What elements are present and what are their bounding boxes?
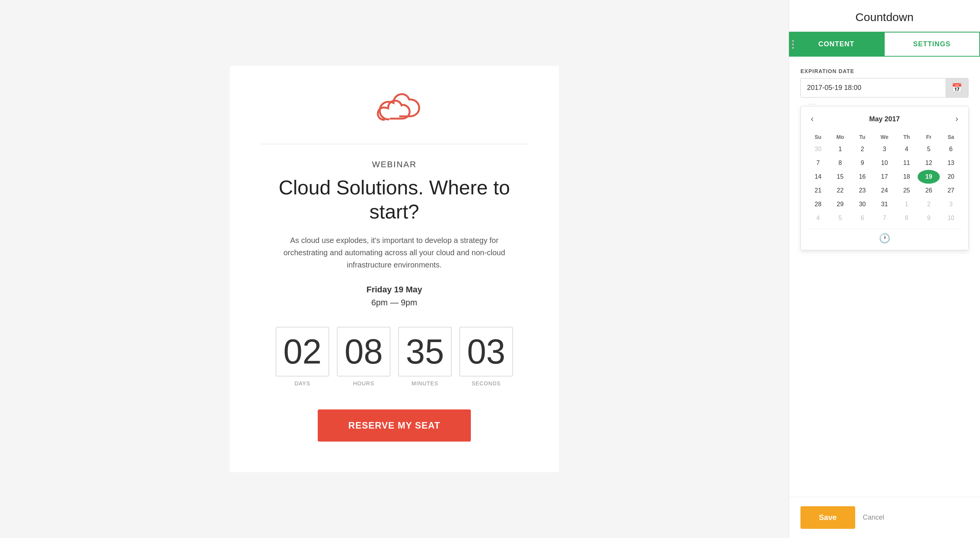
countdown-hours: 08 HOURS [337, 327, 390, 386]
calendar-day[interactable]: 5 [829, 211, 851, 225]
calendar-day[interactable]: 3 [874, 142, 896, 156]
calendar-day[interactable]: 30 [807, 142, 829, 156]
calendar-day[interactable]: 24 [874, 184, 896, 197]
calendar-day[interactable]: 25 [895, 184, 918, 197]
calendar-day-headers: SuMoTuWeThFrSa [807, 132, 962, 142]
webinar-label: WEBINAR [260, 160, 528, 170]
cal-day-header: Su [807, 132, 829, 142]
cancel-button[interactable]: Cancel [863, 514, 884, 522]
tab-content[interactable]: CONTENT [789, 32, 884, 57]
calendar-day[interactable]: 19 [918, 170, 940, 184]
countdown-minutes: 35 MINUTES [398, 327, 452, 386]
calendar-day[interactable]: 31 [874, 197, 896, 211]
calendar-footer: 🕐 [807, 229, 962, 244]
calendar-day[interactable]: 8 [895, 211, 918, 225]
calendar-day[interactable]: 22 [829, 184, 851, 197]
logo-area [260, 89, 528, 144]
hours-value: 08 [337, 327, 390, 377]
time-icon[interactable]: 🕐 [879, 233, 890, 244]
calendar-day[interactable]: 3 [940, 197, 962, 211]
drag-dot-2 [792, 43, 794, 45]
calendar-icon: 📅 [952, 83, 962, 93]
calendar-day[interactable]: 23 [851, 184, 874, 197]
calendar-week-row: 21222324252627 [807, 184, 962, 197]
calendar-day[interactable]: 14 [807, 170, 829, 184]
calendar-day[interactable]: 1 [829, 142, 851, 156]
calendar-day[interactable]: 28 [807, 197, 829, 211]
cal-day-header: We [874, 132, 896, 142]
calendar-prev-button[interactable]: ‹ [807, 112, 817, 126]
calendar-pointer-wrapper [800, 101, 969, 104]
drag-handle[interactable] [789, 36, 797, 52]
calendar-day[interactable]: 21 [807, 184, 829, 197]
calendar-day[interactable]: 1 [895, 197, 918, 211]
calendar-week-row: 78910111213 [807, 156, 962, 170]
content-card: WEBINAR Cloud Solutions. Where to start?… [230, 66, 559, 472]
calendar-day[interactable]: 16 [851, 170, 874, 184]
days-value: 02 [276, 327, 329, 377]
calendar-day[interactable]: 2 [851, 142, 874, 156]
calendar-day[interactable]: 10 [940, 211, 962, 225]
minutes-label: MINUTES [412, 380, 438, 386]
calendar-day[interactable]: 27 [940, 184, 962, 197]
calendar-week-row: 28293031123 [807, 197, 962, 211]
cloud-logo-icon [364, 89, 425, 127]
cal-day-header: Tu [851, 132, 874, 142]
calendar-grid: SuMoTuWeThFrSa 3012345678910111213141516… [807, 132, 962, 225]
calendar-day[interactable]: 7 [874, 211, 896, 225]
panel-title: Countdown [789, 0, 980, 32]
calendar-day[interactable]: 4 [895, 142, 918, 156]
date-input[interactable] [801, 78, 946, 97]
calendar-day[interactable]: 9 [918, 211, 940, 225]
countdown-row: 02 DAYS 08 HOURS 35 MINUTES 03 SECONDS [260, 327, 528, 386]
expiration-label: EXPIRATION DATE [800, 68, 969, 74]
calendar-day[interactable]: 29 [829, 197, 851, 211]
hours-label: HOURS [353, 380, 374, 386]
cal-day-header: Sa [940, 132, 962, 142]
panel-content: EXPIRATION DATE 📅 ‹ May 2017 › SuMoTuWeT [789, 57, 980, 497]
calendar-day[interactable]: 9 [851, 156, 874, 170]
drag-dot-1 [792, 40, 794, 42]
calendar-day[interactable]: 30 [851, 197, 874, 211]
cal-day-header: Fr [918, 132, 940, 142]
calendar-header: ‹ May 2017 › [807, 112, 962, 126]
calendar-day[interactable]: 11 [895, 156, 918, 170]
calendar-day[interactable]: 6 [940, 142, 962, 156]
calendar-day[interactable]: 10 [874, 156, 896, 170]
tab-settings[interactable]: SETTINGS [884, 32, 980, 57]
calendar-day[interactable]: 12 [918, 156, 940, 170]
calendar-day[interactable]: 5 [918, 142, 940, 156]
calendar-week-row: 30123456 [807, 142, 962, 156]
webinar-title: Cloud Solutions. Where to start? [260, 176, 528, 223]
calendar-day[interactable]: 18 [895, 170, 918, 184]
save-button[interactable]: Save [800, 506, 855, 529]
calendar-day[interactable]: 6 [851, 211, 874, 225]
cal-day-header: Th [895, 132, 918, 142]
cal-day-header: Mo [829, 132, 851, 142]
calendar-day[interactable]: 13 [940, 156, 962, 170]
calendar-day[interactable]: 4 [807, 211, 829, 225]
calendar-day[interactable]: 2 [918, 197, 940, 211]
seconds-label: SECONDS [472, 380, 501, 386]
countdown-seconds: 03 SECONDS [459, 327, 513, 386]
panel-footer: Save Cancel [789, 497, 980, 538]
calendar-day[interactable]: 7 [807, 156, 829, 170]
calendar-day[interactable]: 15 [829, 170, 851, 184]
reserve-button[interactable]: RESERVE MY SEAT [318, 409, 471, 442]
preview-panel: WEBINAR Cloud Solutions. Where to start?… [0, 0, 789, 538]
webinar-time: 6pm — 9pm [260, 298, 528, 308]
calendar-body: 3012345678910111213141516171819202122232… [807, 142, 962, 225]
drag-dot-3 [792, 47, 794, 49]
calendar-toggle-button[interactable]: 📅 [946, 78, 968, 97]
date-input-row: 📅 [800, 78, 969, 98]
calendar-day[interactable]: 20 [940, 170, 962, 184]
calendar-popup: ‹ May 2017 › SuMoTuWeThFrSa 301234567891… [800, 106, 969, 250]
calendar-day[interactable]: 17 [874, 170, 896, 184]
calendar-next-button[interactable]: › [952, 112, 962, 126]
countdown-days: 02 DAYS [276, 327, 329, 386]
webinar-description: As cloud use explodes, it's important to… [268, 234, 521, 271]
calendar-day[interactable]: 26 [918, 184, 940, 197]
tabs-row: CONTENT SETTINGS [789, 32, 980, 57]
calendar-day[interactable]: 8 [829, 156, 851, 170]
calendar-week-row: 14151617181920 [807, 170, 962, 184]
